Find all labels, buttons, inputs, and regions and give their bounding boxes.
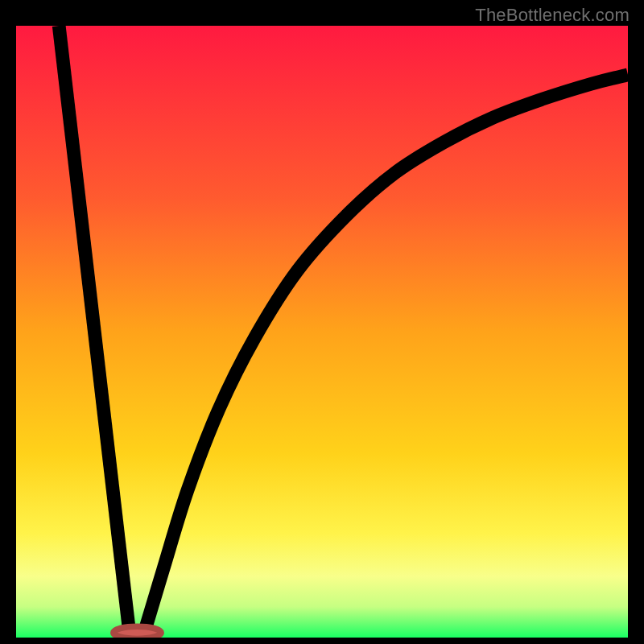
watermark-text: TheBottleneck.com <box>475 5 630 26</box>
chart-frame <box>16 26 628 638</box>
vertex-marker <box>114 626 161 638</box>
gradient-background <box>16 26 628 638</box>
chart-svg <box>16 26 628 638</box>
